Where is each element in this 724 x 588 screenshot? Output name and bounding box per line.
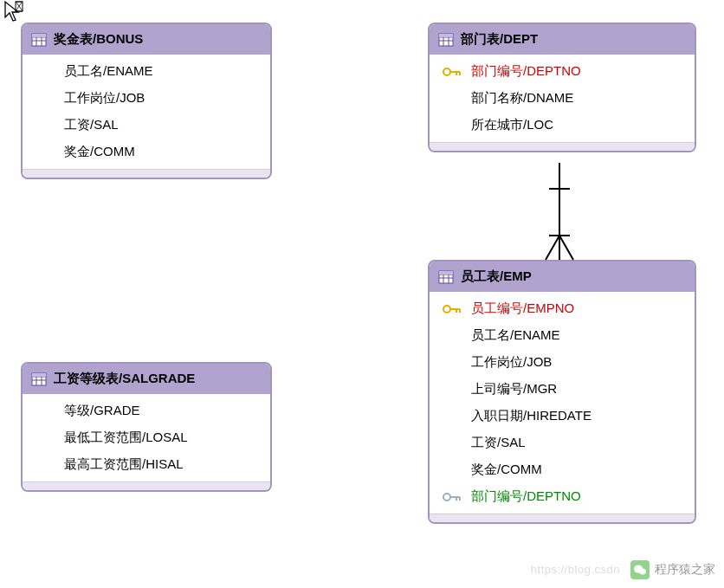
table-header[interactable]: 奖金表/BONUS [23,24,270,55]
table-footer [23,169,270,178]
column-label: 上司编号/MGR [471,381,557,397]
row-icon-blank [440,91,464,107]
column-label: 工资/SAL [64,117,119,133]
svg-line-40 [546,236,559,260]
table-row[interactable]: 员工名/ENAME [430,322,695,349]
table-title: 员工表/EMP [461,268,532,285]
table-row[interactable]: 最低工资范围/LOSAL [23,424,270,451]
table-bonus[interactable]: 奖金表/BONUS 员工名/ENAME 工作岗位/JOB 工资/SAL 奖金/C… [21,23,272,179]
watermark: 程序猿之家 [630,560,715,579]
table-icon [438,270,454,284]
foreign-key-icon [440,489,464,505]
row-icon-blank [440,462,464,478]
table-row[interactable]: 员工编号/EMPNO [430,295,695,322]
table-row[interactable]: 部门编号/DEPTNO [430,58,695,85]
table-title: 部门表/DEPT [461,31,538,48]
svg-point-33 [443,494,450,501]
watermark-text: 程序猿之家 [655,562,715,578]
relationship-line [537,163,582,262]
column-label: 等级/GRADE [64,403,140,419]
table-row[interactable]: 奖金/COMM [430,456,695,483]
row-icon-blank [33,430,57,446]
table-header[interactable]: 工资等级表/SALGRADE [23,364,270,394]
table-footer [430,142,695,151]
table-row[interactable]: 等级/GRADE [23,397,270,424]
table-row[interactable]: 部门编号/DEPTNO [430,483,695,510]
table-body: 等级/GRADE 最低工资范围/LOSAL 最高工资范围/HISAL [23,394,270,481]
table-row[interactable]: 工作岗位/JOB [23,85,270,112]
svg-point-43 [639,569,646,575]
table-icon [31,33,47,47]
table-body: 部门编号/DEPTNO 部门名称/DNAME 所在城市/LOC [430,55,695,142]
row-icon-blank [440,436,464,451]
row-icon-blank [33,91,57,107]
column-label: 奖金/COMM [471,462,542,478]
table-header[interactable]: 部门表/DEPT [430,24,695,55]
primary-key-icon [440,301,464,317]
svg-point-29 [443,306,450,313]
column-label: 入职日期/HIREDATE [471,408,591,424]
svg-rect-28 [439,271,453,275]
column-label: 员工名/ENAME [471,327,560,344]
primary-key-icon [440,64,464,80]
table-row[interactable]: 工资/SAL [430,430,695,456]
faint-url-watermark: https://blog.csdn [531,563,620,576]
svg-point-13 [443,68,450,75]
table-row[interactable]: 工资/SAL [23,112,270,139]
table-body: 员工名/ENAME 工作岗位/JOB 工资/SAL 奖金/COMM [23,55,270,169]
table-icon [438,33,454,47]
table-row[interactable]: 工作岗位/JOB [430,349,695,376]
table-icon [31,372,47,386]
table-footer [23,481,270,490]
column-label: 部门编号/DEPTNO [471,63,581,80]
table-title: 奖金表/BONUS [54,31,143,48]
table-row[interactable]: 上司编号/MGR [430,376,695,403]
table-row[interactable]: 入职日期/HIREDATE [430,403,695,430]
column-label: 工作岗位/JOB [471,354,552,371]
table-dept[interactable]: 部门表/DEPT 部门编号/DEPTNO 部门名称/DNAME 所在城市/LOC [428,23,696,152]
table-row[interactable]: 所在城市/LOC [430,112,695,139]
column-label: 工资/SAL [471,435,526,451]
column-label: 奖金/COMM [64,144,135,160]
row-icon-blank [440,409,464,424]
row-icon-blank [33,457,57,473]
table-title: 工资等级表/SALGRADE [54,371,195,387]
column-label: 部门名称/DNAME [471,90,573,107]
row-icon-blank [33,118,57,133]
column-label: 员工名/ENAME [64,63,153,80]
table-row[interactable]: 奖金/COMM [23,139,270,165]
table-body: 员工编号/EMPNO 员工名/ENAME 工作岗位/JOB 上司编号/MGR 入… [430,292,695,514]
column-label: 最高工资范围/HISAL [64,456,184,473]
column-label: 所在城市/LOC [471,117,553,133]
row-icon-blank [440,355,464,371]
column-label: 部门编号/DEPTNO [471,488,581,505]
row-icon-blank [33,145,57,160]
svg-rect-6 [32,34,46,37]
table-emp[interactable]: 员工表/EMP 员工编号/EMPNO 员工名/ENAME 工作岗位/JOB 上司… [428,260,696,524]
column-label: 工作岗位/JOB [64,90,145,107]
column-label: 员工编号/EMPNO [471,300,574,317]
svg-line-41 [559,236,573,260]
wechat-icon [630,560,650,579]
svg-rect-22 [32,373,46,377]
table-row[interactable]: 员工名/ENAME [23,58,270,85]
table-salgrade[interactable]: 工资等级表/SALGRADE 等级/GRADE 最低工资范围/LOSAL 最高工… [21,362,272,492]
table-footer [430,514,695,522]
column-label: 最低工资范围/LOSAL [64,430,188,446]
table-header[interactable]: 员工表/EMP [430,262,695,292]
row-icon-blank [440,118,464,133]
table-row[interactable]: 最高工资范围/HISAL [23,451,270,478]
row-icon-blank [440,328,464,344]
table-row[interactable]: 部门名称/DNAME [430,85,695,112]
row-icon-blank [33,404,57,419]
row-icon-blank [33,64,57,80]
svg-rect-12 [439,34,453,37]
row-icon-blank [440,382,464,397]
